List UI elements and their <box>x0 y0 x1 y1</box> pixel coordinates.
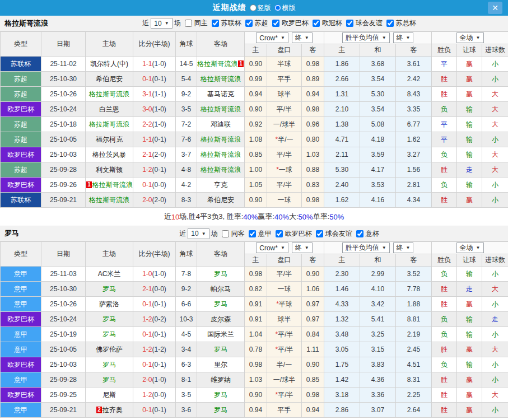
league-badge: 意甲 <box>1 342 41 357</box>
match-date: 25-10-26 <box>41 87 86 102</box>
handicap-line: *平/半 <box>267 388 302 403</box>
avg-draw-odds: 5.30 <box>360 87 396 102</box>
favorite-star: * <box>275 330 278 338</box>
avg-home-odds: 1.46 <box>324 282 360 297</box>
goals-outcome: 大 <box>482 117 508 132</box>
team-name: 国际米兰 <box>207 330 234 338</box>
handicap-home-odds: 0.99 <box>245 72 267 87</box>
league-filter-checkbox[interactable] <box>272 20 279 27</box>
avg-odds-select[interactable]: 胜平负均值▼ <box>342 32 390 43</box>
match-date: 25-10-03 <box>41 357 86 372</box>
league-badge: 欧罗巴杯 <box>1 312 41 327</box>
horizontal-radio-input[interactable] <box>274 4 281 11</box>
avg-odds-select[interactable]: 胜平负均值▼ <box>342 242 390 253</box>
league-filter-checkbox[interactable] <box>276 230 283 237</box>
handicap-home-odds: 1.05 <box>245 178 267 193</box>
goals-outcome: 小 <box>482 178 508 193</box>
chevron-down-icon: ▼ <box>305 245 309 250</box>
team-name: AC米兰 <box>98 270 121 278</box>
avg-home-odds: 1.32 <box>324 312 360 327</box>
result-outcome: 胜 <box>432 193 457 208</box>
handicap-home-odds: 0.78 <box>245 342 267 357</box>
goals-outcome: 小 <box>482 372 508 388</box>
team-name: 邓迪联 <box>211 120 231 128</box>
avg-away-odds: 2.81 <box>396 178 432 193</box>
home-team: 2拉齐奥 <box>86 403 133 418</box>
same-venue-checkbox[interactable] <box>185 20 192 27</box>
halftime-score: (0-0) <box>152 391 166 399</box>
avg-draw-odds: 3.07 <box>360 403 396 418</box>
halftime-score: (0-1) <box>152 75 166 83</box>
rounds-select[interactable]: 10▼ <box>188 228 209 239</box>
league-filter-checkbox[interactable] <box>316 230 323 237</box>
avg-home-odds: 3.05 <box>324 342 360 357</box>
scope-select[interactable]: 全场▼ <box>456 242 484 253</box>
team-name: 福尔柯克 <box>96 136 123 143</box>
scope-select[interactable]: 全场▼ <box>456 32 484 43</box>
league-filter-checkbox[interactable] <box>346 20 353 27</box>
league-filter-checkbox[interactable] <box>212 20 219 27</box>
avg-home-odds: 3.18 <box>324 388 360 403</box>
odds-time-select[interactable]: 终▼ <box>292 242 313 253</box>
col-handicap-result: 让球 <box>457 44 482 57</box>
match-row: 欧罗巴杯25-09-261格拉斯哥流浪0-1(0-0)4-2亨克1.05平/半0… <box>1 178 508 193</box>
avg-away-odds: 2.25 <box>396 388 432 403</box>
league-filter-checkbox[interactable] <box>356 230 363 237</box>
home-team: 佛罗伦萨 <box>86 342 133 357</box>
same-venue-checkbox[interactable] <box>222 230 229 237</box>
avg-time-select[interactable]: 终▼ <box>393 242 414 253</box>
halftime-score: (0-1) <box>152 136 166 143</box>
match-date: 25-10-18 <box>41 117 86 132</box>
score: 0-1(0-1) <box>133 403 176 418</box>
halftime-score: (1-0) <box>152 270 166 278</box>
fulltime-score: 1-1 <box>142 60 152 68</box>
league-filter-checkbox[interactable] <box>386 20 394 27</box>
fulltime-score: 2-2 <box>142 120 152 128</box>
team-name: 帕尔马 <box>211 285 231 293</box>
avg-away-odds: 3.52 <box>396 267 432 282</box>
corners: 4-8 <box>176 162 197 178</box>
team-name: 格拉斯哥流浪 <box>197 60 237 68</box>
odds-time-select[interactable]: 终▼ <box>292 32 313 43</box>
fulltime-score: 1-2 <box>142 166 152 174</box>
rounds-select[interactable]: 10▼ <box>151 18 172 29</box>
summary-text: 近 <box>164 212 171 222</box>
avg-home-odds: 1.38 <box>324 117 360 132</box>
halftime-score: (0-1) <box>152 166 166 174</box>
handicap-home-odds: 0.92 <box>245 117 267 132</box>
score: 0-1(0-1) <box>133 357 176 372</box>
handicap-away-odds: 0.90 <box>302 267 324 282</box>
layout-radio-horizontal[interactable]: 横版 <box>274 3 296 13</box>
score: 0-1(0-1) <box>133 327 176 342</box>
match-date: 25-09-26 <box>41 178 86 193</box>
avg-time-select[interactable]: 终▼ <box>393 32 414 43</box>
team-name: 格拉斯哥流浪 <box>89 120 129 128</box>
league-filter-checkbox[interactable] <box>249 230 256 237</box>
bookmaker-select[interactable]: Crow*▼ <box>256 242 288 253</box>
corners: 5-4 <box>176 72 197 87</box>
result-outcome: 胜 <box>432 72 457 87</box>
team-name: 佛罗伦萨 <box>96 346 123 353</box>
handicap-line: 平/半 <box>267 178 302 193</box>
handicap-away-odds: 0.97 <box>302 312 324 327</box>
handicap-away-odds: 0.96 <box>302 117 324 132</box>
vertical-radio-input[interactable] <box>250 4 257 11</box>
league-filter-checkbox[interactable] <box>313 20 320 27</box>
home-team: 萨索洛 <box>86 297 133 312</box>
goals-outcome: 小 <box>482 403 508 418</box>
avg-draw-odds: 4.10 <box>360 282 396 297</box>
match-row: 欧罗巴杯25-10-24白兰恩3-0(1-0)3-5格拉斯哥流浪0.90平/半0… <box>1 102 508 117</box>
match-row: 意甲25-10-30罗马2-1(0-0)9-2帕尔马0.82一球1.061.46… <box>1 282 508 297</box>
team-name: 格拉斯哥流浪 <box>89 196 129 204</box>
window-titlebar: 近期战绩 竖版 横版 ✕ <box>0 0 508 16</box>
league-badge: 意甲 <box>1 267 41 282</box>
handicap-line: 一球 <box>267 193 302 208</box>
close-icon[interactable]: ✕ <box>488 2 502 14</box>
chevron-down-icon: ▼ <box>476 35 481 40</box>
halftime-score: (1-0) <box>152 60 166 68</box>
bookmaker-select[interactable]: Crow*▼ <box>256 32 288 43</box>
halftime-score: (0-0) <box>152 285 166 293</box>
layout-radio-vertical[interactable]: 竖版 <box>250 3 271 13</box>
league-filter-checkbox[interactable] <box>245 20 253 27</box>
match-date: 25-10-24 <box>41 102 86 117</box>
